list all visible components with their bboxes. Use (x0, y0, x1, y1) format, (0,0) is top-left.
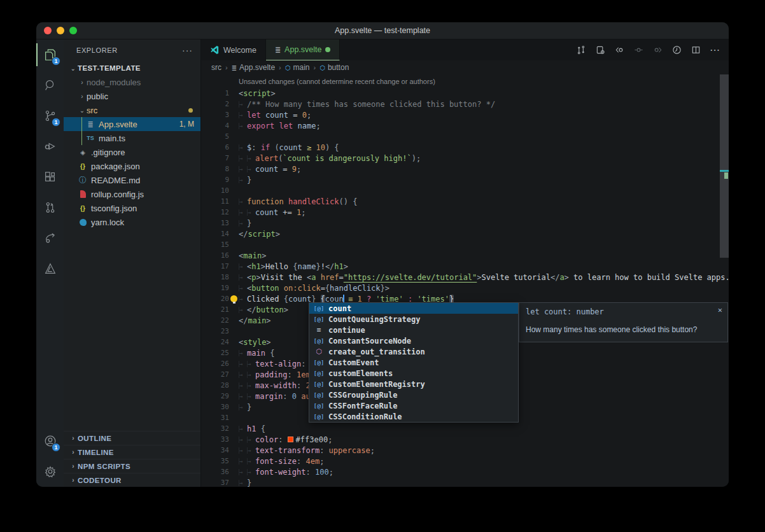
more-actions-icon[interactable]: ⋯ (710, 45, 720, 55)
desktop-background: App.svelte — test-template 1 1 (0, 0, 765, 532)
activity-azure-button[interactable] (36, 253, 64, 284)
file-tree-item--gitignore[interactable]: ◈.gitignore (64, 145, 200, 159)
sidebar-section-codetour[interactable]: ›CODETOUR (64, 473, 200, 487)
suggestion-item-continue[interactable]: ≡continue (309, 325, 518, 335)
suggestion-item-constantsourcenode[interactable]: [@]ConstantSourceNode (309, 335, 518, 346)
tab-label: Welcome (223, 46, 256, 55)
tab-whitespace-icon: → (239, 144, 247, 151)
suggestion-label: create_out_transition (328, 347, 425, 356)
line-number: 19 (201, 284, 229, 292)
code-line-10: 10 (201, 185, 729, 196)
activity-run-debug-button[interactable] (36, 131, 64, 162)
file-tree-item-app-svelte[interactable]: ≣App.svelte1, M (64, 117, 200, 131)
code-line-14: 14</script> (201, 228, 729, 239)
file-tree-item-public[interactable]: ›public (64, 89, 200, 103)
suggestion-item-cssfontfacerule[interactable]: [@]CSSFontFaceRule (309, 400, 518, 411)
breadcrumb-item-button[interactable]: button (328, 63, 349, 72)
line-number: 16 (201, 251, 229, 260)
editor-tab-bar: Welcome ≣ App.svelte (201, 39, 729, 60)
symbol-variable-icon: [@] (313, 359, 325, 366)
activity-search-button[interactable] (36, 70, 64, 101)
suggest-doc-panel: let count: number How many times has som… (519, 302, 728, 342)
sidebar-section-timeline[interactable]: ›TIMELINE (64, 445, 200, 459)
vscode-logo-icon (210, 45, 220, 55)
tab-whitespace-icon: → (239, 458, 247, 465)
suggestion-item-countqueuingstrategy[interactable]: [@]CountQueuingStrategy (309, 314, 518, 325)
next-change-icon[interactable] (652, 45, 663, 55)
activity-explorer-button[interactable]: 1 (36, 39, 64, 70)
activity-live-share-button[interactable] (36, 223, 64, 253)
line-number: 2 (201, 100, 229, 108)
current-change-icon[interactable] (633, 45, 643, 55)
tab-whitespace-icon: → (239, 447, 247, 454)
settings-button[interactable] (36, 456, 64, 487)
file-tree-item-readme-md[interactable]: ⓘREADME.md (64, 173, 200, 187)
breadcrumb: src › ≣ App.svelte › ⬡ main › ⬡ button (201, 60, 729, 74)
split-editor-icon[interactable] (691, 45, 701, 55)
file-label: tsconfig.json (91, 204, 137, 213)
symbol-variable-icon: [@] (313, 337, 325, 344)
tab-whitespace-icon: → (247, 166, 255, 172)
breadcrumb-item-main[interactable]: main (293, 63, 310, 72)
file-tree-item-node-modules[interactable]: ›node_modules (64, 75, 200, 89)
explorer-more-actions-icon[interactable]: ··· (182, 45, 193, 55)
line-number: 12 (201, 208, 229, 216)
workspace-section-header[interactable]: ⌄ TEST-TEMPLATE (64, 61, 200, 75)
symbol-variable-icon: [@] (313, 305, 325, 312)
close-icon[interactable]: ✕ (718, 305, 722, 314)
code-line-3: 3→let count = 0; (201, 109, 729, 120)
file-tree-item-yarn-lock[interactable]: yarn.lock (64, 215, 200, 229)
lightbulb-icon[interactable] (230, 295, 237, 302)
code-line-18: 18→<p>Visit the <a href="https://svelte.… (201, 272, 729, 283)
sidebar-section-npm-scripts[interactable]: ›NPM SCRIPTS (64, 459, 200, 473)
suggestion-item-create_out_transition[interactable]: ⬡create_out_transition (309, 346, 518, 357)
code-line-35: 35→→font-size: 4em; (201, 456, 729, 466)
activity-source-control-button[interactable]: 1 (36, 101, 64, 131)
code-lines: 1<script>2→/** How many times has someon… (201, 88, 729, 487)
code-line-16: 16<main> (201, 250, 729, 261)
file-tree-item-package-json[interactable]: {}package.json (64, 159, 200, 173)
breadcrumb-item-file[interactable]: App.svelte (239, 63, 275, 72)
symbol-variable-icon: [@] (313, 391, 325, 398)
vertical-scrollbar[interactable] (720, 74, 729, 258)
file-tree-item-rollup-config-js[interactable]: rollup.config.js (64, 187, 200, 201)
file-tree-item-main-ts[interactable]: TSmain.ts (64, 131, 200, 145)
tab-whitespace-icon: → (239, 469, 247, 475)
timeline-icon[interactable] (671, 45, 682, 55)
unsaved-dot-icon (325, 47, 330, 52)
suggestion-item-customelements[interactable]: [@]customElements (309, 368, 518, 379)
suggestion-item-count[interactable]: [@]count (309, 303, 518, 314)
suggestion-item-customelementregistry[interactable]: [@]CustomElementRegistry (309, 379, 518, 389)
suggestion-label: CSSFontFaceRule (328, 402, 397, 410)
sidebar-section-outline[interactable]: ›OUTLINE (64, 431, 200, 445)
suggestion-label: CSSConditionRule (328, 412, 402, 421)
file-tree-item-src[interactable]: ⌄src (64, 103, 200, 117)
compare-changes-icon[interactable] (576, 45, 586, 55)
line-number: 22 (201, 316, 229, 325)
file-label: rollup.config.js (91, 190, 144, 199)
line-number: 4 (201, 122, 229, 130)
activity-github-pr-button[interactable] (36, 192, 64, 223)
suggestion-signature: let count: number (526, 307, 721, 316)
tab-welcome[interactable]: Welcome (201, 39, 266, 60)
tab-whitespace-icon: → (239, 220, 247, 227)
suggestion-item-cssconditionrule[interactable]: [@]CSSConditionRule (309, 411, 518, 422)
breadcrumb-item-src[interactable]: src (211, 63, 221, 72)
file-tree-item-tsconfig-json[interactable]: {}tsconfig.json (64, 201, 200, 215)
suggestion-label: CustomEvent (328, 358, 379, 367)
code-editor[interactable]: Unsaved changes (cannot determine recent… (201, 74, 729, 487)
svelte-file-icon: ≣ (232, 64, 237, 71)
suggestion-label: count (328, 304, 351, 313)
previous-change-icon[interactable] (614, 45, 624, 55)
open-changes-icon[interactable] (595, 45, 605, 55)
suggestion-item-customevent[interactable]: [@]CustomEvent (309, 357, 518, 368)
activity-extensions-button[interactable] (36, 162, 64, 192)
tab-app-svelte[interactable]: ≣ App.svelte (266, 39, 340, 60)
gear-icon (43, 465, 57, 479)
suggestion-label: continue (328, 326, 365, 335)
line-number: 8 (201, 165, 229, 173)
suggestion-item-cssgroupingrule[interactable]: [@]CSSGroupingRule (309, 389, 518, 400)
accounts-button[interactable]: 1 (36, 426, 64, 456)
svelte-file-icon: ≣ (85, 120, 95, 129)
symbol-keyword-icon: ≡ (313, 326, 325, 334)
